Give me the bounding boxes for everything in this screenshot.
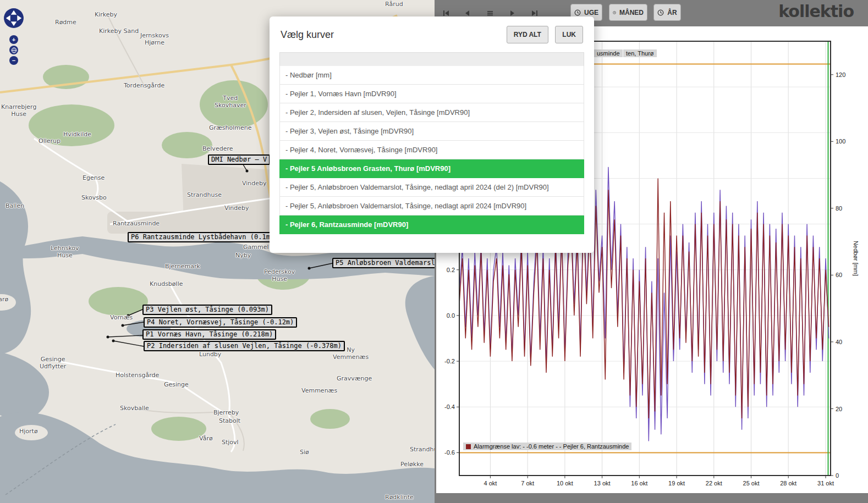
legend-text: Alarmgrænse lav: - -0.6 meter - - Pejler… bbox=[474, 443, 629, 450]
svg-text:25 okt: 25 okt bbox=[743, 480, 760, 487]
select-curves-modal: Vælg kurver RYD ALT LUK - Nedbør [mm]- P… bbox=[270, 16, 594, 253]
map-place-label: Rødme bbox=[55, 19, 76, 26]
svg-text:31 okt: 31 okt bbox=[817, 480, 834, 487]
station-label-chip[interactable]: P5 Anløbsbroen Valdemarslot bbox=[332, 258, 435, 268]
curve-list-header bbox=[279, 52, 584, 66]
chart-legend-bottom: Alarmgrænse lav: - -0.6 meter - - Pejler… bbox=[463, 443, 631, 450]
map-place-label: Rantzausminde bbox=[113, 220, 160, 227]
map-place-label: Belvedere bbox=[202, 145, 233, 152]
clear-all-button[interactable]: RYD ALT bbox=[507, 26, 548, 43]
map-place-label: Nyby bbox=[235, 252, 251, 259]
map-place-label: Kirkeby bbox=[95, 11, 117, 18]
map-place-label: Stabolt bbox=[219, 417, 240, 424]
map-place-label: Lehnskov Huse bbox=[51, 245, 79, 259]
station-label-chip[interactable]: P1 Vornæs Havn, Tåsinge (0.218m) bbox=[142, 329, 276, 340]
range-year-label: ÅR bbox=[667, 9, 677, 16]
map-place-label: Skarø bbox=[0, 296, 8, 303]
map-place-label: Bjerreby bbox=[213, 409, 239, 416]
station-label-chip[interactable]: P3 Vejlen øst, Tåsinge (0.093m) bbox=[142, 305, 272, 315]
map-pan-control[interactable] bbox=[3, 8, 24, 31]
svg-text:80: 80 bbox=[836, 205, 842, 212]
clock-icon bbox=[657, 9, 664, 16]
clock-icon bbox=[574, 9, 581, 16]
curve-row[interactable]: - Nedbør [mm] bbox=[279, 66, 584, 85]
map-place-label: Rårud bbox=[385, 1, 403, 8]
map-place-label: Lundby bbox=[199, 351, 221, 358]
svg-text:16 okt: 16 okt bbox=[631, 480, 647, 487]
curve-row[interactable]: - Pejler 3, Vejlen øst, Tåsinge [mDVR90] bbox=[279, 122, 584, 141]
map-place-label: Vemmenæs bbox=[301, 387, 337, 394]
modal-title: Vælg kurver bbox=[281, 29, 334, 41]
zoom-in-button[interactable]: + bbox=[9, 35, 18, 44]
svg-text:60: 60 bbox=[836, 272, 842, 278]
map-place-label: Vindeby bbox=[224, 204, 249, 212]
skip-last-icon bbox=[531, 9, 539, 17]
modal-actions: RYD ALT LUK bbox=[502, 26, 583, 43]
chart-legend-top-fragment: usminde bbox=[594, 49, 623, 57]
svg-text:-0.4: -0.4 bbox=[444, 403, 455, 410]
globe-button[interactable] bbox=[9, 46, 18, 54]
map-place-label: Hjortø bbox=[19, 428, 38, 435]
zoom-out-button[interactable]: − bbox=[9, 56, 18, 65]
map-place-label: Vindeby bbox=[242, 180, 267, 187]
curve-row[interactable]: - Pejler 2, Indersiden af slusen, Vejlen… bbox=[279, 103, 584, 122]
map-place-label: Siø bbox=[300, 449, 309, 456]
station-label-chip[interactable]: P6 Rantzausminde Lystbådehavn (0.1m) bbox=[128, 232, 277, 242]
map-place-label: Rødklinte bbox=[385, 494, 414, 501]
previous-icon bbox=[464, 9, 471, 17]
range-month-button[interactable]: MÅNED bbox=[609, 4, 647, 21]
map-place-label: Gesinge bbox=[164, 381, 189, 388]
map-place-label: Knarrebjerg Huse bbox=[1, 103, 36, 118]
map-place-label: Gesinge Udflytter bbox=[40, 356, 66, 370]
svg-text:13 okt: 13 okt bbox=[594, 480, 611, 487]
curve-row[interactable]: - Pejler 6, Rantzausminde [mDVR90] bbox=[279, 215, 584, 234]
svg-text:0: 0 bbox=[836, 472, 839, 479]
curve-row[interactable]: - Pejler 5 Anløbsbroen Grasten, Thurø [m… bbox=[279, 159, 584, 178]
map-place-label: Vornæs bbox=[110, 314, 133, 321]
svg-text:20: 20 bbox=[836, 406, 842, 412]
map-place-label: Pederskov Huse bbox=[264, 268, 295, 283]
map-place-label: Bjernemark bbox=[165, 263, 200, 270]
curve-row[interactable]: - Pejler 5, Anløbsbroen Valdemarslot, Tå… bbox=[279, 178, 584, 197]
map-place-label: Gravvænge bbox=[337, 375, 372, 382]
map-place-label: Gammel bbox=[243, 244, 269, 251]
map-place-label: Hvidkilde bbox=[63, 131, 91, 138]
svg-text:-0.2: -0.2 bbox=[444, 358, 455, 364]
map-place-label: Peløkke bbox=[400, 461, 424, 468]
range-month-label: MÅNED bbox=[619, 9, 644, 16]
station-label-chip[interactable]: P4 Noret, Vornæsvej, Tåsinge (-0.12m) bbox=[144, 317, 297, 328]
map-place-label: Stjovl bbox=[222, 439, 239, 446]
pan-rosette-icon bbox=[3, 8, 24, 29]
map-place-label: Jernskovs Hjørne bbox=[140, 32, 169, 46]
modal-body: - Nedbør [mm]- Pejler 1, Vornæs Havn [mD… bbox=[270, 51, 594, 253]
svg-text:Nedbør [mm]: Nedbør [mm] bbox=[853, 241, 859, 276]
skip-first-icon bbox=[442, 9, 450, 17]
svg-text:0.0: 0.0 bbox=[447, 312, 455, 319]
clock-icon bbox=[613, 9, 616, 16]
svg-text:4 okt: 4 okt bbox=[484, 480, 497, 487]
curve-list: - Nedbør [mm]- Pejler 1, Vornæs Havn [mD… bbox=[279, 66, 584, 234]
map-place-label: Holstensgårde bbox=[116, 372, 159, 379]
svg-text:-0.6: -0.6 bbox=[444, 449, 455, 456]
svg-text:10 okt: 10 okt bbox=[557, 480, 573, 487]
map-place-label: Ballen bbox=[6, 202, 24, 209]
map-place-label: Knudsbølle bbox=[150, 280, 183, 288]
svg-text:7 okt: 7 okt bbox=[521, 480, 534, 487]
range-year-button[interactable]: ÅR bbox=[653, 4, 681, 21]
range-week-label: UGE bbox=[584, 9, 598, 16]
map-place-label: Græsholmene bbox=[209, 124, 252, 131]
map-place-label: Skovsbo bbox=[81, 194, 107, 201]
curve-row[interactable]: - Pejler 4, Noret, Vornæsvej, Tåsinge [m… bbox=[279, 141, 584, 159]
map-place-label: Vårø bbox=[199, 435, 213, 442]
curve-row[interactable]: - Pejler 1, Vornæs Havn [mDVR90] bbox=[279, 85, 584, 103]
curve-row[interactable]: - Pejler 5, Anløbsbroen Valdemarslot, Tå… bbox=[279, 197, 584, 215]
station-label-chip[interactable]: P2 Indersiden af slusen Vejlen, Tåsinge … bbox=[144, 341, 345, 351]
map-place-label: Tved Skovhaver bbox=[215, 95, 246, 109]
svg-text:22 okt: 22 okt bbox=[706, 480, 722, 487]
svg-text:19 okt: 19 okt bbox=[668, 480, 685, 487]
modal-header: Vælg kurver RYD ALT LUK bbox=[270, 16, 594, 51]
map-place-label: Skovballe bbox=[120, 405, 149, 412]
close-button[interactable]: LUK bbox=[555, 26, 583, 43]
list-icon bbox=[486, 9, 494, 17]
station-label-chip[interactable]: DMI Nedbør – V bbox=[208, 154, 270, 165]
